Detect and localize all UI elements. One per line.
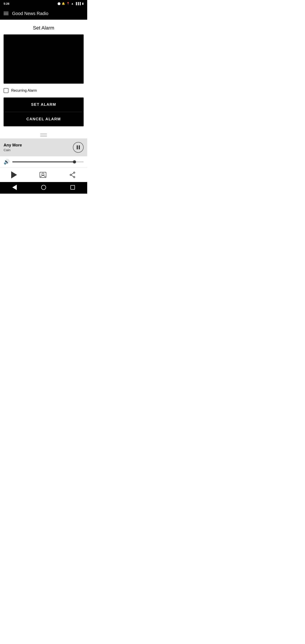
cancel-alarm-button[interactable]: CANCEL ALARM — [4, 112, 84, 126]
svg-line-5 — [71, 173, 74, 175]
share-button[interactable] — [65, 170, 80, 179]
now-playing-artist: Cain — [4, 148, 22, 152]
pause-button[interactable] — [73, 142, 84, 153]
record-icon: ⬤ — [58, 2, 60, 5]
pause-icon — [77, 145, 80, 149]
time-display: 5:26 — [4, 2, 10, 5]
notification-icon: 🔔 — [62, 2, 65, 5]
location-icon: 📍 — [66, 2, 70, 5]
contact-icon — [39, 171, 46, 178]
main-content: Set Alarm Recurring Alarm SET ALARM CANC… — [0, 20, 87, 138]
battery-icon: ▮ — [82, 2, 84, 5]
bottom-controls — [0, 168, 87, 182]
contact-button[interactable] — [36, 170, 50, 179]
svg-point-4 — [74, 176, 75, 178]
back-button[interactable] — [12, 185, 17, 190]
volume-icon: 🔊 — [4, 159, 10, 165]
volume-thumb — [73, 160, 76, 164]
back-icon — [12, 185, 17, 190]
app-bar: Good News Radio — [0, 7, 87, 20]
svg-line-6 — [71, 175, 74, 177]
recents-icon — [70, 185, 75, 190]
now-playing-bar: Any More Cain — [0, 138, 87, 156]
svg-point-3 — [70, 174, 71, 176]
set-alarm-button[interactable]: SET ALARM — [4, 98, 84, 112]
recents-button[interactable] — [70, 185, 75, 190]
svg-point-2 — [74, 172, 75, 173]
alarm-buttons: SET ALARM CANCEL ALARM — [4, 98, 84, 126]
hamburger-menu-button[interactable] — [4, 12, 8, 15]
status-time: 5:26 — [4, 2, 10, 5]
volume-row: 🔊 — [0, 156, 87, 168]
wifi-icon: ▲ — [71, 2, 74, 5]
page-title: Set Alarm — [4, 25, 84, 31]
nav-bar — [0, 182, 87, 194]
recurring-alarm-label: Recurring Alarm — [11, 88, 37, 92]
signal-icon: ▐▐▐ — [75, 2, 81, 5]
drag-handle — [40, 134, 47, 137]
home-icon — [41, 185, 46, 190]
svg-point-1 — [42, 173, 44, 175]
play-icon — [11, 171, 17, 178]
home-button[interactable] — [41, 185, 46, 190]
drag-handle-area — [4, 130, 84, 138]
share-icon — [69, 171, 76, 178]
now-playing-info: Any More Cain — [4, 143, 22, 152]
now-playing-title: Any More — [4, 143, 22, 148]
app-bar-title: Good News Radio — [12, 11, 48, 16]
time-picker[interactable] — [4, 34, 84, 84]
status-bar: 5:26 ⬤ 🔔 📍 ▲ ▐▐▐ ▮ — [0, 0, 87, 7]
volume-slider[interactable] — [12, 162, 84, 162]
play-button[interactable] — [8, 170, 20, 179]
status-icons: ⬤ 🔔 📍 ▲ ▐▐▐ ▮ — [58, 2, 84, 5]
volume-fill — [12, 162, 74, 162]
recurring-alarm-row: Recurring Alarm — [4, 87, 84, 94]
recurring-alarm-checkbox[interactable] — [4, 88, 8, 93]
